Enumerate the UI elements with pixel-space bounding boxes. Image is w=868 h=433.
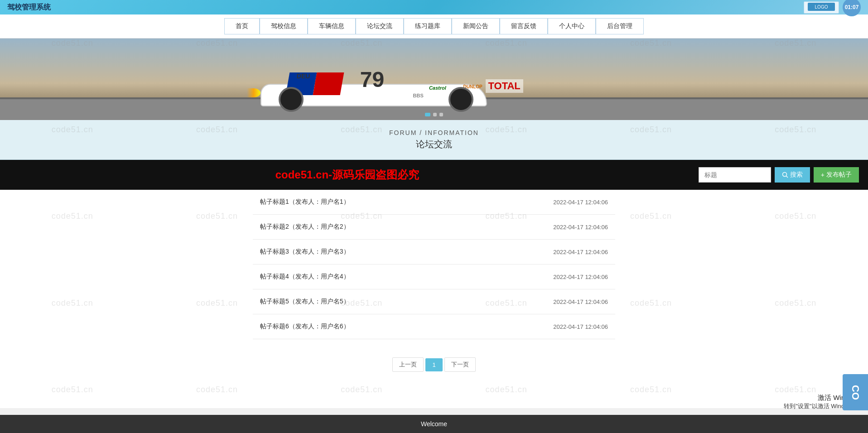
header-right: LOGO 01:07 bbox=[804, 0, 861, 16]
pagination: 上一页 1 下一页 bbox=[0, 348, 868, 381]
post-button[interactable]: + 发布帖子 bbox=[814, 167, 859, 183]
nav-school-info[interactable]: 驾校信息 bbox=[260, 18, 308, 34]
post-date: 2022-04-17 12:04:06 bbox=[553, 224, 608, 231]
post-title: 帖子标题5（发布人：用户名5） bbox=[260, 298, 350, 306]
list-item[interactable]: 帖子标题6（发布人：用户名6） 2022-04-17 12:04:06 bbox=[253, 314, 615, 339]
main-content: 搜索 + 发布帖子 code51.cn-源码乐园盗图必究 帖子标题1（发布人：用… bbox=[0, 160, 868, 408]
post-title: 帖子标题4（发布人：用户名4） bbox=[260, 273, 350, 281]
prev-page-button[interactable]: 上一页 bbox=[392, 357, 424, 372]
nav-home[interactable]: 首页 bbox=[224, 18, 260, 34]
nav-feedback[interactable]: 留言反馈 bbox=[500, 18, 548, 34]
list-item[interactable]: 帖子标题1（发布人：用户名1） 2022-04-17 12:04:06 bbox=[253, 190, 615, 215]
nav-personal[interactable]: 个人中心 bbox=[548, 18, 596, 34]
post-date: 2022-04-17 12:04:06 bbox=[553, 298, 608, 305]
nav-vehicle[interactable]: 车辆信息 bbox=[308, 18, 356, 34]
post-title: 帖子标题1（发布人：用户名1） bbox=[260, 198, 350, 206]
list-item[interactable]: 帖子标题3（发布人：用户名3） 2022-04-17 12:04:06 bbox=[253, 240, 615, 265]
search-button[interactable]: 搜索 bbox=[775, 167, 810, 183]
nav-forum[interactable]: 论坛交流 bbox=[356, 18, 404, 34]
svg-text:LOGO: LOGO bbox=[815, 5, 828, 10]
forum-post-list: 帖子标题1（发布人：用户名1） 2022-04-17 12:04:06 帖子标题… bbox=[253, 190, 615, 348]
post-title: 帖子标题2（发布人：用户名2） bbox=[260, 223, 350, 231]
nav-practice[interactable]: 练习题库 bbox=[404, 18, 452, 34]
post-date: 2022-04-17 12:04:06 bbox=[553, 199, 608, 206]
nav-admin[interactable]: 后台管理 bbox=[596, 18, 644, 34]
forum-header-en: FORUM / INFORMATION bbox=[9, 129, 859, 136]
site-title: 驾校管理系统 bbox=[7, 3, 51, 12]
red-watermark: code51.cn-源码乐园盗图必究 bbox=[275, 168, 419, 182]
post-title: 帖子标题3（发布人：用户名3） bbox=[260, 248, 350, 256]
post-title: 帖子标题6（发布人：用户名6） bbox=[260, 322, 350, 331]
nav-news[interactable]: 新闻公告 bbox=[452, 18, 500, 34]
banner: 79 DEU Castrol BBS DUNLOP TOTAL bbox=[0, 38, 868, 120]
forum-header-cn: 论坛交流 bbox=[9, 138, 859, 150]
svg-line-3 bbox=[786, 176, 788, 178]
next-page-button[interactable]: 下一页 bbox=[444, 357, 476, 372]
header-logo: LOGO bbox=[804, 1, 839, 14]
header: 驾校管理系统 LOGO 01:07 bbox=[0, 0, 868, 14]
forum-section-header: FORUM / INFORMATION 论坛交流 bbox=[0, 120, 868, 160]
post-date: 2022-04-17 12:04:06 bbox=[553, 249, 608, 255]
list-item[interactable]: 帖子标题5（发布人：用户名5） 2022-04-17 12:04:06 bbox=[253, 289, 615, 314]
search-input[interactable] bbox=[699, 167, 771, 183]
list-item[interactable]: 帖子标题2（发布人：用户名2） 2022-04-17 12:04:06 bbox=[253, 215, 615, 240]
header-time: 01:07 bbox=[843, 0, 861, 16]
post-date: 2022-04-17 12:04:06 bbox=[553, 323, 608, 330]
post-date: 2022-04-17 12:04:06 bbox=[553, 274, 608, 280]
co-badge: CO bbox=[843, 374, 868, 408]
search-icon bbox=[782, 172, 788, 178]
main-nav: 首页 驾校信息 车辆信息 论坛交流 练习题库 新闻公告 留言反馈 个人中心 后台… bbox=[0, 14, 868, 38]
list-item[interactable]: 帖子标题4（发布人：用户名4） 2022-04-17 12:04:06 bbox=[253, 265, 615, 289]
page-1-button[interactable]: 1 bbox=[425, 358, 442, 371]
svg-point-2 bbox=[782, 173, 786, 177]
search-bar: 搜索 + 发布帖子 code51.cn-源码乐园盗图必究 bbox=[0, 160, 868, 190]
